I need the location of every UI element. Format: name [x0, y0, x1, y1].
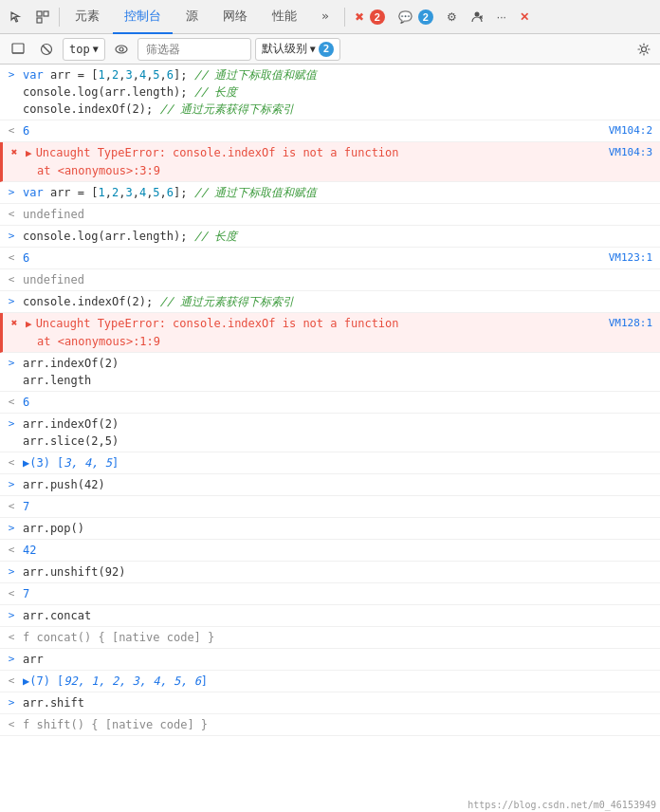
line-source[interactable]: VM128:1	[601, 315, 652, 329]
line-content: arr.indexOf(2) arr.slice(2,5)	[23, 415, 652, 450]
tab-sources[interactable]: 源	[174, 0, 210, 34]
input-arrow-icon: >	[0, 520, 23, 534]
input-arrow-icon: >	[0, 293, 23, 307]
level-badge: 2	[319, 42, 335, 57]
profile-btn[interactable]	[465, 4, 489, 30]
line-content: arr	[23, 651, 652, 668]
tab-console[interactable]: 控制台	[113, 0, 173, 34]
svg-point-8	[116, 46, 127, 53]
eye-btn[interactable]	[109, 38, 134, 61]
input-arrow-icon: >	[0, 563, 23, 578]
console-error-line[interactable]: ✖ ▶Uncaught TypeError: console.indexOf i…	[0, 313, 660, 353]
dropdown-icon: ▼	[93, 44, 99, 54]
log-level-selector[interactable]: 默认级别 ▼ 2	[255, 38, 341, 61]
svg-point-3	[474, 11, 479, 16]
message-badge-btn[interactable]: 💬 2	[393, 4, 439, 30]
console-output: > var arr = [1,2,3,4,5,6]; // 通过下标取值和赋值 …	[0, 65, 660, 812]
line-content: ▶(7) [92, 1, 2, 3, 4, 5, 6]	[23, 673, 652, 690]
output-arrow-icon: <	[0, 271, 23, 286]
output-arrow-icon: <	[0, 498, 23, 512]
tab-network[interactable]: 网络	[211, 0, 259, 34]
line-content: f concat() { [native code] }	[23, 629, 652, 646]
close-btn[interactable]: ✕	[514, 4, 535, 30]
line-content: undefined	[23, 271, 652, 288]
chevron-down-icon: ▼	[310, 44, 316, 54]
line-content: arr.indexOf(2) arr.length	[23, 355, 652, 389]
line-content: arr.unshift(92)	[23, 563, 652, 581]
settings-btn[interactable]: ⚙	[441, 4, 463, 30]
line-content: ▶Uncaught TypeError: console.indexOf is …	[26, 315, 601, 350]
console-line[interactable]: > var arr = [1,2,3,4,5,6]; // 通过下标取值和赋值 …	[0, 65, 660, 120]
console-line[interactable]: > arr.push(42)	[0, 474, 660, 496]
console-line[interactable]: > console.indexOf(2); // 通过元素获得下标索引	[0, 291, 660, 313]
error-icon: ✖	[3, 315, 26, 329]
error-badge-btn[interactable]: ✖ 2	[349, 4, 391, 30]
console-line[interactable]: > arr.indexOf(2) arr.length	[0, 353, 660, 392]
console-error-line[interactable]: ✖ ▶Uncaught TypeError: console.indexOf i…	[0, 142, 660, 182]
line-content: 6	[23, 249, 601, 267]
output-arrow-icon: <	[0, 122, 23, 137]
console-settings-btn[interactable]	[633, 39, 654, 60]
console-line[interactable]: > arr	[0, 649, 660, 671]
line-content: arr.push(42)	[23, 476, 652, 493]
output-arrow-icon: <	[0, 454, 23, 469]
line-content: 6	[23, 394, 652, 411]
tab-elements[interactable]: 元素	[64, 0, 111, 34]
console-toolbar: top ▼ 默认级别 ▼ 2	[0, 34, 660, 65]
context-label: top	[69, 43, 90, 56]
line-content: ▶(3) [3, 4, 5]	[23, 454, 652, 471]
context-selector[interactable]: top ▼	[63, 38, 105, 61]
more-btn[interactable]: ···	[491, 4, 512, 30]
console-line: < ▶(3) [3, 4, 5]	[0, 452, 660, 474]
console-line[interactable]: > arr.unshift(92)	[0, 562, 660, 583]
main-toolbar: 元素 控制台 源 网络 性能 » ✖ 2 💬 2 ⚙ ··· ✕	[0, 0, 660, 34]
console-line: < 7	[0, 496, 660, 518]
console-line[interactable]: > arr.concat	[0, 605, 660, 627]
console-line[interactable]: > arr.shift	[0, 692, 660, 714]
line-content: 42	[23, 542, 652, 559]
input-arrow-icon: >	[0, 651, 23, 665]
console-line: < ▶(7) [92, 1, 2, 3, 4, 5, 6]	[0, 671, 660, 692]
input-arrow-icon: >	[0, 694, 23, 709]
line-content: 7	[23, 585, 652, 602]
error-icon: ✖	[3, 144, 26, 158]
svg-point-10	[642, 46, 647, 51]
select-tool-btn[interactable]	[4, 4, 28, 30]
output-arrow-icon: <	[0, 629, 23, 643]
svg-rect-1	[44, 11, 48, 16]
output-arrow-icon: <	[0, 716, 23, 730]
tab-performance[interactable]: 性能	[261, 0, 308, 34]
line-content: var arr = [1,2,3,4,5,6]; // 通过下标取值和赋值 co…	[23, 66, 652, 118]
tab-more[interactable]: »	[310, 0, 340, 34]
error-count-badge: 2	[370, 9, 385, 25]
console-line: < f shift() { [native code] }	[0, 714, 660, 736]
inspect-btn[interactable]	[30, 4, 55, 30]
line-content: arr.shift	[23, 694, 652, 711]
line-source[interactable]: VM104:2	[601, 122, 652, 137]
line-source[interactable]: VM104:3	[601, 144, 652, 158]
clear-console-btn[interactable]	[34, 38, 59, 61]
svg-rect-2	[37, 18, 42, 23]
console-line[interactable]: > arr.indexOf(2) arr.slice(2,5)	[0, 414, 660, 452]
output-arrow-icon: <	[0, 249, 23, 264]
filter-input[interactable]	[138, 38, 251, 61]
output-arrow-icon: <	[0, 585, 23, 600]
line-source[interactable]: VM123:1	[601, 249, 652, 264]
message-count-badge: 2	[418, 9, 433, 25]
console-line[interactable]: > console.log(arr.length); // 长度	[0, 226, 660, 248]
svg-rect-5	[12, 44, 24, 53]
output-arrow-icon: <	[0, 206, 23, 220]
line-content: undefined	[23, 206, 652, 223]
line-content: ▶Uncaught TypeError: console.indexOf is …	[26, 144, 601, 179]
line-content: arr.pop()	[23, 520, 652, 537]
level-label: 默认级别	[262, 41, 307, 57]
show-console-btn[interactable]	[6, 38, 30, 61]
line-content: arr.concat	[23, 607, 652, 624]
console-line: < f concat() { [native code] }	[0, 627, 660, 649]
console-line[interactable]: > var arr = [1,2,3,4,5,6]; // 通过下标取值和赋值	[0, 182, 660, 204]
console-line: < undefined	[0, 269, 660, 291]
input-arrow-icon: >	[0, 415, 23, 430]
console-line: < undefined	[0, 204, 660, 226]
input-arrow-icon: >	[0, 476, 23, 490]
console-line[interactable]: > arr.pop()	[0, 518, 660, 540]
